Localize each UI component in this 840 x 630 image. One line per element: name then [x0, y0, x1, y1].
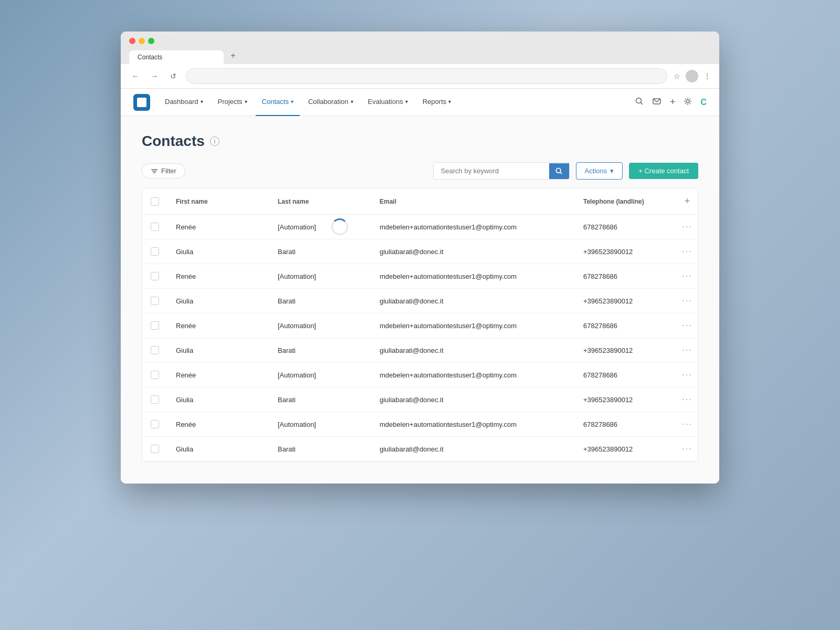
row-checkbox[interactable] [151, 420, 159, 428]
nav-dashboard-chevron: ▾ [201, 99, 203, 104]
row-actions-menu[interactable]: ··· [677, 215, 698, 239]
th-add-column[interactable]: + [677, 188, 698, 214]
sync-icon[interactable]: C [700, 98, 707, 107]
filter-button[interactable]: Filter [142, 163, 185, 178]
row-first-name: Giulia [167, 339, 269, 362]
table-row: Renée [Automation] mdebelen+automationte… [142, 264, 698, 289]
nav-item-projects[interactable]: Projects ▾ [212, 89, 254, 116]
row-first-name: Renée [167, 314, 269, 337]
row-actions-menu[interactable]: ··· [677, 289, 698, 313]
row-checkbox-cell [142, 339, 167, 362]
nav-collaboration-chevron: ▾ [351, 99, 353, 104]
new-tab-button[interactable]: + [226, 48, 240, 63]
forward-button[interactable]: → [148, 70, 161, 82]
row-checkbox[interactable] [151, 346, 159, 354]
refresh-button[interactable]: ↺ [167, 70, 180, 82]
row-checkbox-cell [142, 240, 167, 263]
active-tab[interactable]: Contacts [129, 50, 224, 64]
th-checkbox [142, 188, 167, 214]
browser-titlebar: Contacts + [121, 32, 719, 64]
nav-reports-label: Reports [423, 98, 447, 106]
tab-bar: Contacts + [129, 48, 711, 64]
row-actions-menu[interactable]: ··· [677, 363, 698, 387]
nav-item-dashboard[interactable]: Dashboard ▾ [159, 89, 209, 116]
row-checkbox-cell [142, 289, 167, 312]
nav-item-reports[interactable]: Reports ▾ [416, 89, 458, 116]
row-email: giuliabarati@donec.it [371, 240, 575, 263]
search-input[interactable] [434, 163, 549, 179]
svg-point-0 [636, 98, 641, 103]
row-checkbox[interactable] [151, 297, 159, 305]
add-icon[interactable]: + [670, 97, 676, 108]
nav-evaluations-label: Evaluations [368, 98, 403, 106]
settings-icon[interactable] [684, 97, 692, 108]
actions-button[interactable]: Actions ▾ [576, 162, 623, 180]
row-email: giuliabarati@donec.it [371, 388, 575, 411]
row-last-name: Barati [269, 339, 371, 362]
row-telephone: 678278686 [575, 216, 677, 238]
table-row: Renée [Automation] mdebelen+automationte… [142, 363, 698, 387]
row-actions-menu[interactable]: ··· [677, 239, 698, 264]
row-actions-menu[interactable]: ··· [677, 313, 698, 338]
row-last-name: Barati [269, 240, 371, 263]
row-first-name: Giulia [167, 240, 269, 263]
row-checkbox[interactable] [151, 247, 159, 256]
row-first-name: Renée [167, 216, 269, 238]
table-row: Renée [Automation] mdebelen+automationte… [142, 412, 698, 437]
row-checkbox[interactable] [151, 395, 159, 404]
row-last-name: [Automation] [269, 314, 371, 337]
address-bar[interactable] [186, 68, 667, 84]
nav-evaluations-chevron: ▾ [405, 99, 408, 104]
nav-item-contacts[interactable]: Contacts ▾ [256, 89, 300, 116]
row-first-name: Renée [167, 364, 269, 386]
minimize-button[interactable] [139, 38, 145, 44]
maximize-button[interactable] [148, 38, 154, 44]
user-avatar[interactable] [686, 70, 698, 82]
row-checkbox[interactable] [151, 445, 159, 453]
select-all-checkbox[interactable] [151, 197, 159, 206]
row-email: giuliabarati@donec.it [371, 438, 575, 460]
nav-item-collaboration[interactable]: Collaboration ▾ [302, 89, 360, 116]
nav-item-evaluations[interactable]: Evaluations ▾ [362, 89, 414, 116]
th-email: Email [371, 188, 575, 214]
app-logo[interactable] [133, 94, 150, 111]
row-telephone: +396523890012 [575, 339, 677, 362]
page-title: Contacts i [142, 133, 219, 150]
search-icon[interactable] [635, 97, 644, 108]
row-email: mdebelen+automationtestuser1@optimy.com [371, 364, 575, 386]
filter-label: Filter [161, 167, 176, 175]
nav-contacts-chevron: ▾ [291, 99, 293, 104]
page-content: Contacts i Filter [121, 116, 719, 484]
nav-projects-label: Projects [218, 98, 243, 106]
search-button[interactable] [549, 163, 569, 179]
close-button[interactable] [129, 38, 135, 44]
create-label: + Create contact [638, 167, 689, 175]
create-contact-button[interactable]: + Create contact [629, 163, 698, 179]
row-checkbox[interactable] [151, 321, 159, 330]
row-actions-menu[interactable]: ··· [677, 338, 698, 362]
browser-window: Contacts + ← → ↺ ☆ ⋮ Dashboard ▾ Proj [121, 32, 719, 484]
row-last-name: [Automation] [269, 364, 371, 386]
browser-menu-icon[interactable]: ⋮ [704, 72, 711, 80]
bookmark-icon[interactable]: ☆ [674, 72, 680, 80]
table-row: Giulia Barati giuliabarati@donec.it +396… [142, 338, 698, 363]
back-button[interactable]: ← [129, 70, 142, 82]
notification-icon[interactable] [652, 97, 662, 108]
row-actions-menu[interactable]: ··· [677, 437, 698, 461]
row-last-name: [Automation] [269, 265, 371, 288]
row-checkbox[interactable] [151, 223, 159, 231]
th-last-name: Last name [269, 188, 371, 214]
row-checkbox[interactable] [151, 371, 159, 379]
row-email: mdebelen+automationtestuser1@optimy.com [371, 314, 575, 337]
table-row: Renée [Automation] mdebelen+automationte… [142, 313, 698, 338]
row-actions-menu[interactable]: ··· [677, 264, 698, 288]
row-actions-menu[interactable]: ··· [677, 412, 698, 436]
top-nav: Dashboard ▾ Projects ▾ Contacts ▾ Collab… [121, 89, 719, 116]
row-first-name: Giulia [167, 290, 269, 312]
page-header: Contacts i [142, 133, 698, 150]
row-checkbox[interactable] [151, 272, 159, 280]
row-telephone: +396523890012 [575, 388, 677, 411]
table-row: Giulia Barati giuliabarati@donec.it +396… [142, 437, 698, 461]
info-icon[interactable]: i [210, 136, 219, 146]
row-actions-menu[interactable]: ··· [677, 387, 698, 412]
